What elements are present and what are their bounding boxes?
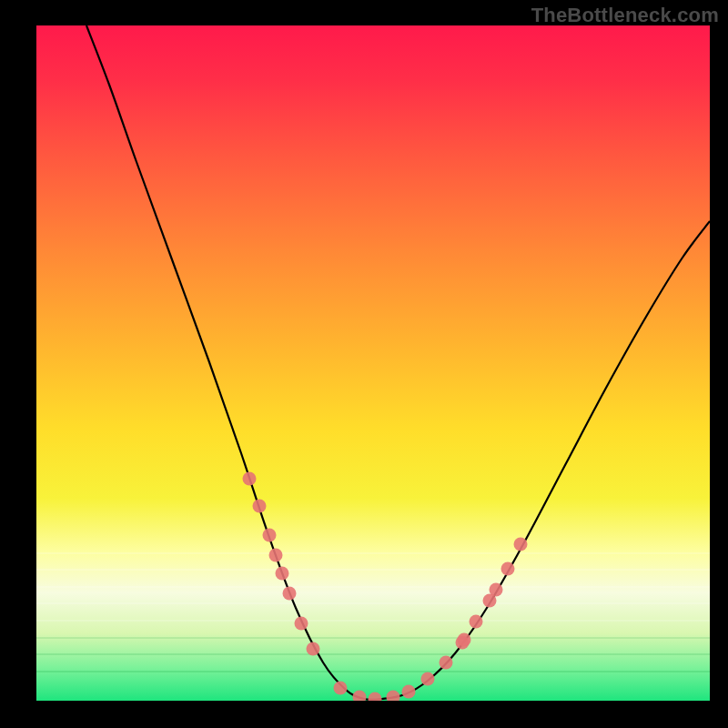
gpu-marker-layer xyxy=(36,25,710,701)
gpu-marker xyxy=(276,567,289,581)
gpu-marker xyxy=(369,693,382,702)
gpu-marker xyxy=(307,642,320,656)
gpu-marker xyxy=(283,587,297,601)
gpu-marker xyxy=(421,672,435,686)
gpu-marker xyxy=(263,529,277,542)
gpu-marker xyxy=(243,472,257,486)
gpu-marker xyxy=(440,656,453,670)
gpu-marker xyxy=(334,682,348,695)
gpu-marker xyxy=(295,617,308,631)
gpu-marker xyxy=(490,583,503,597)
gpu-marker xyxy=(387,691,400,702)
plot-area xyxy=(36,25,710,701)
gpu-marker xyxy=(501,562,515,576)
gpu-marker xyxy=(470,615,483,629)
watermark-text: TheBottleneck.com xyxy=(531,4,719,27)
chart-frame: TheBottleneck.com xyxy=(0,0,728,728)
gpu-marker xyxy=(353,691,367,702)
gpu-marker xyxy=(253,500,267,513)
gpu-marker xyxy=(458,633,471,647)
gpu-marker xyxy=(269,549,283,562)
gpu-marker xyxy=(514,538,528,551)
gpu-marker xyxy=(402,685,416,699)
